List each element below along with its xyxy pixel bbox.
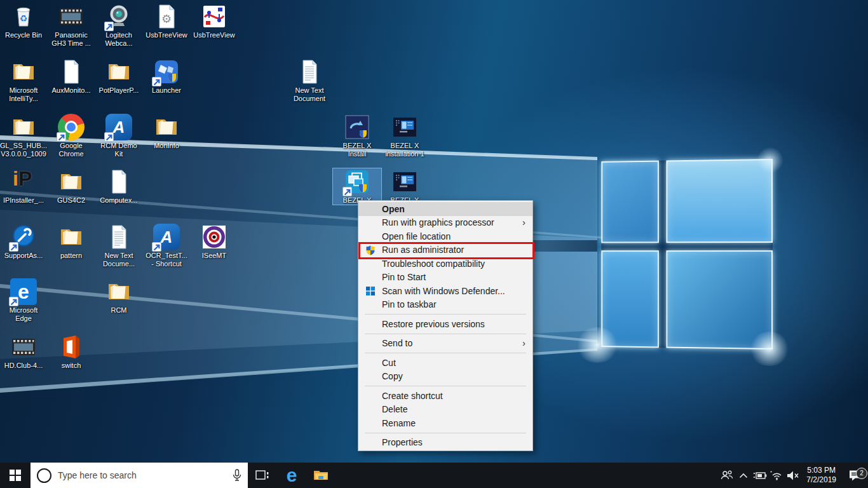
desktop-icon-ipinstaller[interactable]: iPIPInstaller_...	[0, 168, 48, 205]
menu-item-cut[interactable]: Cut	[358, 356, 532, 370]
desktop-icon-new-text-document[interactable]: New TextDocument	[285, 58, 334, 103]
icon-label: New TextDocument	[294, 86, 325, 103]
desktop-icon-microsoft-intellitype[interactable]: MicrosoftIntelliTy...	[0, 58, 48, 103]
doc-lines-icon	[105, 224, 132, 250]
desktop-icon-ocr-testt-shortcut[interactable]: AOCR_TestT...- Shortcut	[142, 224, 191, 268]
desktop-icon-bezel-x-installation-1[interactable]: BEZEL Xinstallation 1	[381, 114, 429, 158]
icon-label: PotPlayerP...	[99, 86, 139, 95]
doc-lines-icon	[296, 58, 323, 85]
menu-item-rename[interactable]: Rename	[358, 416, 532, 430]
microphone-icon[interactable]	[233, 469, 241, 482]
search-input[interactable]	[57, 470, 233, 481]
chrome-icon	[58, 114, 85, 140]
volume-button[interactable]	[785, 471, 801, 480]
folder-icon	[10, 114, 37, 140]
edge-icon: e	[10, 278, 37, 305]
icon-label: ISeeMT	[202, 252, 227, 260]
bezel-screen-icon	[391, 114, 418, 140]
desktop-icon-microsoft-edge[interactable]: eMicrosoftEdge	[0, 278, 48, 323]
desktop-icon-recycle-bin[interactable]: ♻Recycle Bin	[0, 3, 48, 39]
tray-overflow-button[interactable]	[735, 473, 752, 478]
menu-item-open[interactable]: Open	[358, 202, 532, 216]
desktop-icon-auxmonitor[interactable]: AuxMonito...	[47, 58, 95, 95]
folder-icon	[58, 168, 85, 195]
wifi-limited-icon: *	[770, 470, 783, 480]
rcm-a-icon: A	[153, 224, 180, 250]
edge-taskbar-button[interactable]: e	[277, 463, 306, 488]
shortcut-arrow-icon	[104, 132, 114, 142]
menu-item-label: Run with graphics processor	[382, 217, 494, 227]
desktop-icon-rcm-folder[interactable]: RCM	[95, 278, 143, 315]
menu-item-scan-with-windows-defender[interactable]: Scan with Windows Defender...	[358, 284, 532, 298]
desktop-icon-logitech-webcam[interactable]: LogitechWebca...	[95, 3, 143, 48]
desktop-icon-usbtreeview-app[interactable]: UsbTreeView	[190, 3, 238, 39]
file-explorer-button[interactable]	[306, 463, 336, 488]
taskbar: e	[0, 463, 868, 488]
desktop-icon-panasonic-gh3[interactable]: PanasonicGH3 Time ...	[47, 3, 95, 48]
windows-start-icon	[10, 470, 21, 481]
desktop-icon-usbtreeview-config[interactable]: ⚙UsbTreeView	[142, 3, 191, 39]
menu-item-send-to[interactable]: Send to›	[358, 337, 532, 351]
folder-icon	[58, 224, 85, 250]
icon-label: pattern	[60, 252, 82, 260]
shortcut-arrow-icon	[9, 242, 18, 252]
menu-item-open-file-location[interactable]: Open file location	[358, 229, 532, 243]
menu-item-copy[interactable]: Copy	[358, 370, 532, 384]
desktop-icon-potplayer[interactable]: PotPlayerP...	[95, 58, 143, 95]
icon-label: UsbTreeView	[146, 31, 187, 39]
desktop-icon-moninfo[interactable]: MonInfo	[142, 114, 191, 150]
menu-item-create-shortcut[interactable]: Create shortcut	[358, 389, 532, 403]
menu-item-label: Restore previous versions	[382, 319, 485, 329]
menu-item-properties[interactable]: Properties	[358, 436, 532, 450]
svg-text:⚙: ⚙	[161, 12, 172, 25]
desktop-icon-launcher[interactable]: Launcher	[142, 58, 191, 95]
doc-icon	[58, 58, 85, 85]
icon-label: AuxMonito...	[51, 86, 90, 95]
desktop-icon-gus4c2[interactable]: GUS4C2	[47, 168, 95, 205]
windows-logo-pane	[601, 161, 659, 243]
menu-item-restore-previous-versions[interactable]: Restore previous versions	[358, 317, 532, 331]
icon-label: MicrosoftIntelliTy...	[9, 86, 38, 103]
action-center-button[interactable]: 2	[843, 470, 868, 482]
webcam-icon	[105, 3, 132, 30]
desktop-icon-new-text-docume[interactable]: New TextDocume...	[95, 224, 143, 268]
desktop-icon-bezel-x-install[interactable]: BEZEL XInstall	[333, 114, 381, 158]
windows-logo-pane	[666, 159, 773, 243]
shortcut-arrow-icon	[152, 77, 161, 86]
windows-logo	[601, 159, 773, 349]
search-box[interactable]	[31, 463, 248, 488]
desktop-icon-switch[interactable]: switch	[47, 334, 95, 370]
menu-item-pin-to-taskbar[interactable]: Pin to taskbar	[358, 298, 532, 312]
desktop-icon-google-chrome[interactable]: GoogleChrome	[47, 114, 95, 158]
menu-item-pin-to-start[interactable]: Pin to Start	[358, 271, 532, 285]
desktop-icon-rcm-demo-kit[interactable]: ARCM DemoKit	[95, 114, 143, 158]
menu-item-label: Copy	[382, 371, 403, 381]
desktop-icon-gl-ss-hub[interactable]: GL_SS_HUB...V3.0.0.0_1009	[0, 114, 48, 158]
shortcut-arrow-icon	[9, 297, 18, 306]
gear-doc-icon: ⚙	[153, 3, 180, 30]
menu-item-label: Properties	[382, 437, 423, 447]
people-button[interactable]	[719, 470, 735, 480]
menu-item-label: Open	[382, 204, 405, 214]
desktop-icon-hd-club[interactable]: HD.Club-4...	[0, 334, 48, 370]
support-icon	[10, 224, 37, 250]
menu-item-delete[interactable]: Delete	[358, 403, 532, 417]
desktop-icon-supportassist[interactable]: SupportAs...	[0, 224, 48, 260]
menu-item-label: Open file location	[382, 231, 451, 241]
battery-button[interactable]	[752, 471, 768, 480]
start-button[interactable]	[0, 463, 31, 488]
edge-icon: e	[287, 466, 297, 485]
task-view-button[interactable]	[248, 463, 277, 488]
desktop-icon-bezel-x-selected[interactable]: BEZEL X	[333, 168, 381, 205]
icon-label: IPInstaller_...	[3, 196, 44, 205]
menu-item-run-with-graphics-processor[interactable]: Run with graphics processor›	[358, 216, 532, 230]
taskbar-clock[interactable]: 5:03 PM 7/2/2019	[806, 466, 836, 485]
desktop-icon-bezel-x-2[interactable]: BEZEL X	[381, 168, 429, 205]
network-button[interactable]: *	[768, 470, 785, 480]
file-explorer-icon	[313, 469, 329, 482]
system-tray: * 5:03 PM 7/2/2019 2	[719, 463, 868, 488]
desktop-icon-computex[interactable]: Computex...	[95, 168, 143, 205]
desktop-icon-iseemt[interactable]: ISeeMT	[190, 224, 238, 260]
desktop-icon-pattern[interactable]: pattern	[47, 224, 95, 260]
menu-item-label: Scan with Windows Defender...	[382, 286, 505, 296]
